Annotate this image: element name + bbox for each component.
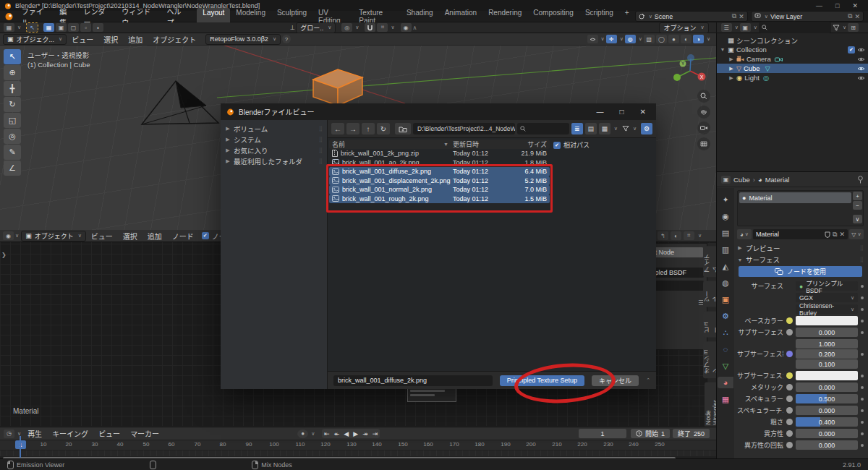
gizmos-icon[interactable]: ✛ [606, 35, 617, 43]
sidebar-section[interactable]: ▶最近利用したフォルダ⣿ [221, 155, 327, 166]
pan-hand-icon[interactable] [697, 106, 710, 119]
outliner-row-collection[interactable]: ▼ ▣ Collection ✔ [717, 45, 868, 54]
tool-button[interactable]: ↻ [4, 97, 21, 112]
properties-tab-icon[interactable]: ✦ [718, 194, 733, 205]
snap-settings-icon[interactable]: ⌗ [377, 23, 388, 32]
sidebar-section[interactable]: ▶お気に入り⣿ [221, 145, 327, 155]
material-slot-active[interactable]: ● Material [739, 192, 851, 203]
sidebar-section[interactable]: ▶ボリューム⣿ [221, 123, 327, 134]
playback-button[interactable]: ↠ [362, 430, 368, 437]
value-slider[interactable]: 0.000 [796, 383, 858, 392]
dialog-title-bar[interactable]: Blenderファイルビュー — □ ✕ [221, 103, 656, 120]
refresh-button[interactable]: ↻ [377, 123, 390, 134]
viewport-menu-item[interactable]: オブジェクト [148, 34, 201, 45]
select-mode-extra[interactable]: ▪ [93, 23, 103, 32]
properties-tab-icon[interactable]: ◌ [718, 343, 733, 355]
properties-tab-icon[interactable]: ▤ [718, 227, 733, 239]
breadcrumb-object[interactable]: Cube [733, 176, 750, 184]
timeline-track-area[interactable] [0, 450, 716, 456]
unlink-icon[interactable]: ✕ [839, 231, 845, 238]
subsurface-color-swatch[interactable] [796, 371, 858, 380]
view-layer-selector[interactable]: ∨ View Layer ⧉ ✕ [751, 11, 864, 22]
use-nodes-button[interactable]: ノードを使用 [739, 266, 862, 277]
mode-dropdown[interactable]: ▣ オブジェク...∨ [3, 34, 67, 45]
file-row[interactable]: brick_wall_001_normal_2k.png Today 01:12… [329, 185, 550, 195]
playback-button[interactable]: ⇥ [373, 430, 378, 437]
view-thumbnails-button[interactable]: ▦ [599, 123, 610, 134]
remove-slot-button[interactable]: − [853, 201, 862, 210]
shader-side-tab[interactable]: ビュー [703, 312, 716, 338]
viewport-menu-item[interactable]: ビュー [67, 34, 98, 45]
node-parent-icon[interactable]: ↰ [658, 231, 668, 240]
sidebar-section[interactable]: ▶システム⣿ [221, 134, 327, 145]
radius-value-field[interactable]: 1.000 [796, 339, 858, 349]
value-slider[interactable]: 0.000 [796, 429, 858, 438]
distribution-dropdown[interactable]: GGX∨ [796, 293, 858, 302]
radius-value-field[interactable]: 0.100 [796, 359, 858, 369]
column-date[interactable]: 更新日時 [453, 140, 509, 149]
maximize-button[interactable]: □ [835, 2, 839, 9]
editor-type-clock-icon[interactable]: ◷ [4, 430, 14, 438]
add-slot-button[interactable]: + [853, 192, 862, 200]
shader-menu-item[interactable]: ノード [167, 231, 199, 242]
tool-button[interactable]: ◎ [4, 129, 21, 144]
new-folder-button[interactable] [395, 123, 411, 134]
forward-button[interactable]: → [346, 123, 359, 134]
view-list-vertical-button[interactable]: ≣ [571, 123, 583, 134]
falloff-icon[interactable]: ∧ [413, 25, 417, 31]
path-field[interactable]: D:\Blender\TestProject\2...4_NodeWrangle… [413, 123, 515, 134]
settings-gear-button[interactable]: ⚙ [641, 123, 652, 134]
filter-funnel-icon[interactable] [833, 25, 840, 31]
collection-checkbox[interactable]: ✔ [848, 46, 855, 54]
xray-icon[interactable]: ▧ [644, 35, 655, 43]
shader-menu-item[interactable]: 選択 [118, 231, 142, 242]
timeline-menu-item[interactable]: キーイング [47, 428, 93, 439]
breadcrumb-material[interactable]: Material [765, 176, 790, 184]
up-button[interactable]: ↑ [362, 123, 375, 134]
shader-menu-item[interactable]: ビュー [86, 231, 118, 242]
properties-tab-icon[interactable]: ◭ [718, 260, 733, 272]
scene-selector[interactable]: ∨ Scene ⧉ ✕ [635, 11, 748, 22]
file-search-input[interactable] [517, 123, 569, 134]
material-name-field[interactable]: Material ⧉ ✕ [753, 229, 848, 239]
node-overlay-icon[interactable]: ◐ [671, 231, 681, 240]
shader-side-tab[interactable]: アイテム [703, 246, 716, 277]
timeline-menu-item[interactable]: ビュー [93, 428, 125, 439]
value-slider[interactable]: 0.000 [796, 406, 858, 415]
object-visibility-icon[interactable] [587, 35, 598, 43]
value-slider[interactable]: 0.500 [796, 394, 858, 403]
relative-path-checkbox[interactable]: ✔ [553, 142, 561, 149]
frame-end-field[interactable]: 終了250 [673, 429, 710, 438]
shader-mode-dropdown[interactable]: ▣オブジェクト∨ [21, 231, 86, 242]
fake-user-shield-icon[interactable] [825, 231, 830, 238]
tool-button[interactable]: ◱ [4, 113, 21, 128]
tool-button[interactable]: ∠ [4, 161, 21, 176]
unlink-icon[interactable]: ✕ [739, 13, 744, 20]
shader-side-tab[interactable]: ツール [703, 281, 716, 307]
back-button[interactable]: ← [331, 123, 344, 134]
pin-icon[interactable] [857, 176, 864, 184]
node-snap-icon[interactable]: ⌗ [684, 231, 694, 240]
transform-orientation-dropdown[interactable]: グロー..∨ [296, 22, 336, 33]
relative-path-option[interactable]: ✔ 相対パス [553, 140, 590, 150]
dialog-close-button[interactable]: ✕ [640, 108, 646, 116]
column-size[interactable]: サイズ [509, 140, 547, 149]
zoom-icon[interactable] [697, 90, 710, 103]
copy-icon[interactable]: ⧉ [833, 231, 837, 239]
dialog-minimize-button[interactable]: — [597, 108, 604, 116]
minimize-button[interactable]: — [816, 2, 822, 9]
file-row[interactable]: brick_wall_001_displacement_2k.png Today… [329, 176, 550, 186]
cancel-button[interactable]: キャンセル [592, 375, 639, 386]
new-collection-icon[interactable]: ⊞ [848, 23, 859, 32]
filename-input[interactable]: brick_wall_001_diffuse_2k.png [333, 375, 493, 386]
snap-magnet-icon[interactable] [365, 23, 375, 32]
editor-type-node-icon[interactable]: ◉ [3, 231, 14, 240]
copy-icon[interactable]: ⧉ [848, 12, 852, 20]
timeline-ruler[interactable]: 1102030405060708090100110120130140150160… [0, 440, 716, 450]
record-button[interactable]: ● [297, 430, 308, 438]
tool-button[interactable]: ⊕ [4, 65, 21, 80]
blender-logo-icon[interactable] [4, 12, 14, 21]
principled-texture-setup-button[interactable]: Principled Texture Setup [500, 375, 584, 386]
proportional-editing-icon[interactable]: ◉ [401, 23, 412, 32]
properties-tab-icon[interactable]: ⚙ [718, 310, 733, 322]
